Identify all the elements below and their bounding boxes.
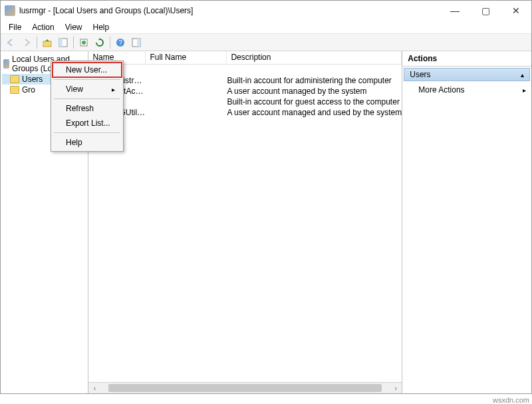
scroll-thumb[interactable] [108, 384, 382, 392]
app-window: lusrmgr - [Local Users and Groups (Local… [0, 0, 532, 394]
list-item[interactable]: Administrator Built-in account for admin… [88, 75, 402, 86]
refresh-button[interactable] [92, 35, 107, 50]
column-headers: Name Full Name Description [88, 51, 402, 65]
chevron-right-icon: ▸ [523, 87, 526, 94]
show-hide-action-pane-button[interactable] [129, 35, 144, 50]
context-separator [54, 99, 120, 99]
export-button[interactable] [76, 35, 91, 50]
console-tree-icon [59, 38, 68, 47]
minimize-button[interactable]: — [440, 1, 470, 21]
context-item-label: View [66, 85, 83, 94]
nav-forward-button[interactable] [19, 35, 34, 50]
list-item[interactable]: Guest Built-in account for guest access … [88, 97, 402, 107]
chevron-right-icon: ▸ [112, 86, 115, 93]
context-separator [54, 132, 120, 133]
menu-action[interactable]: Action [27, 21, 59, 33]
folder-icon [10, 75, 19, 83]
window-title: lusrmgr - [Local Users and Groups (Local… [19, 6, 193, 15]
svg-point-4 [82, 41, 86, 45]
list-item[interactable]: WDAGUtility... A user account managed an… [88, 107, 402, 118]
context-help[interactable]: Help [53, 135, 122, 150]
actions-section-label: Users [410, 70, 430, 79]
column-header-description[interactable]: Description [227, 51, 402, 64]
menu-help[interactable]: Help [88, 21, 115, 33]
context-refresh[interactable]: Refresh [53, 101, 122, 116]
tree-item-label: Users [22, 75, 43, 84]
show-hide-console-button[interactable] [56, 35, 70, 50]
column-header-fullname[interactable]: Full Name [146, 51, 227, 64]
svg-rect-8 [137, 39, 140, 47]
scroll-right-icon[interactable]: › [391, 385, 400, 392]
context-menu: New User... View ▸ Refresh Export List..… [51, 61, 124, 152]
folder-up-icon [43, 38, 52, 47]
context-view[interactable]: View ▸ [53, 82, 122, 97]
horizontal-scrollbar[interactable]: ‹ › [88, 382, 402, 393]
context-item-label: Export List... [66, 118, 110, 128]
titlebar: lusrmgr - [Local Users and Groups (Local… [1, 1, 531, 21]
actions-header: Actions [402, 51, 531, 67]
context-new-user[interactable]: New User... [53, 63, 122, 77]
chevron-up-icon: ▴ [521, 71, 524, 79]
help-icon: ? [116, 38, 125, 47]
maximize-button[interactable]: ▢ [470, 1, 501, 21]
tree-item-label: Gro [22, 85, 35, 95]
actions-section-users[interactable]: Users ▴ [404, 68, 530, 81]
action-pane-icon [132, 38, 141, 47]
context-item-label: Help [66, 138, 82, 147]
menubar: File Action View Help [1, 21, 531, 34]
context-item-label: Refresh [66, 104, 94, 113]
actions-pane: Actions Users ▴ More Actions ▸ [402, 51, 531, 393]
close-button[interactable]: ✕ [501, 1, 531, 21]
arrow-left-icon [6, 38, 15, 47]
list-item[interactable]: DefaultAcco... A user account managed by… [88, 86, 402, 97]
toolbar: ? [1, 34, 531, 51]
context-export[interactable]: Export List... [53, 116, 122, 130]
svg-rect-2 [59, 39, 63, 47]
user-list[interactable]: admin Administrator Built-in account for… [88, 65, 402, 382]
list-item[interactable]: admin [88, 65, 402, 75]
svg-text:?: ? [118, 39, 122, 47]
up-button[interactable] [40, 35, 55, 50]
context-item-label: New User... [66, 65, 107, 75]
action-item-label: More Actions [418, 85, 464, 95]
refresh-icon [95, 38, 104, 47]
scroll-left-icon[interactable]: ‹ [90, 385, 99, 392]
folder-icon [10, 86, 19, 94]
export-icon [79, 38, 88, 47]
nav-back-button[interactable] [3, 35, 18, 50]
arrow-right-icon [22, 38, 31, 47]
menu-file[interactable]: File [3, 21, 27, 33]
svg-rect-0 [43, 41, 51, 47]
watermark: wsxdn.com [493, 396, 529, 404]
menu-view[interactable]: View [60, 21, 88, 33]
app-icon [5, 5, 15, 16]
action-more-actions[interactable]: More Actions ▸ [402, 83, 531, 97]
help-button[interactable]: ? [113, 35, 128, 50]
mmc-snapin-icon [3, 59, 9, 69]
context-separator [54, 79, 120, 80]
result-pane: Name Full Name Description admin Adminis… [88, 51, 402, 393]
